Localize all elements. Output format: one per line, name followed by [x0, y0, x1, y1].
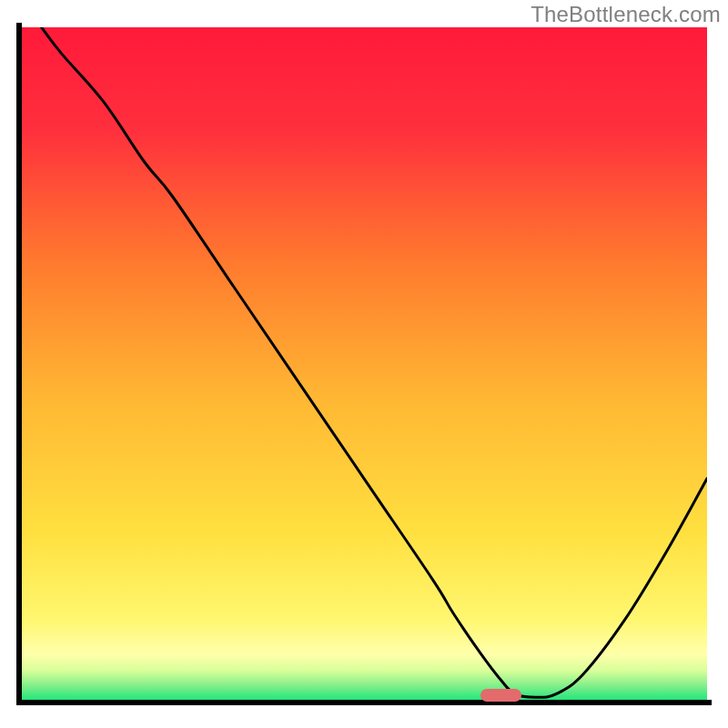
x-axis [16, 700, 712, 705]
plot-area [21, 27, 707, 701]
y-axis [16, 23, 22, 705]
watermark-label: TheBottleneck.com [531, 2, 721, 27]
optimal-marker [480, 689, 521, 701]
chart-container: TheBottleneck.com [0, 0, 728, 728]
svg-rect-0 [21, 27, 707, 701]
gradient-background [21, 27, 707, 701]
